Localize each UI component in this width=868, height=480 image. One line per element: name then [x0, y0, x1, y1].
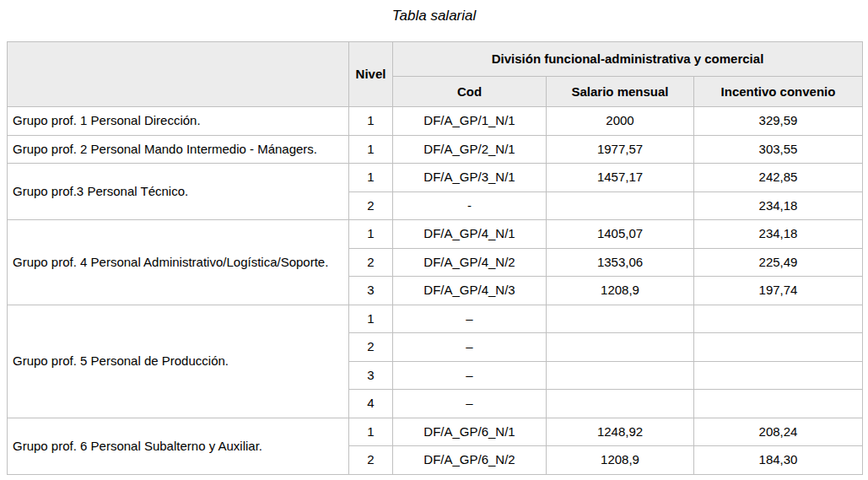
incentivo-cell — [694, 390, 863, 418]
salario-cell: 1405,07 — [547, 220, 694, 249]
salario-cell: 1457,17 — [547, 164, 694, 192]
table-row: Grupo prof. 5 Personal de Producción.1– — [8, 305, 863, 333]
incentivo-cell: 329,59 — [694, 107, 863, 136]
nivel-cell: 1 — [349, 305, 393, 333]
incentivo-cell — [694, 361, 863, 390]
group-label-cell: Grupo prof. 6 Personal Subalterno y Auxi… — [8, 418, 349, 474]
cod-cell: – — [393, 333, 547, 362]
nivel-cell: 2 — [349, 248, 393, 277]
salario-cell: 1248,92 — [547, 418, 694, 446]
salario-cell: 1208,9 — [547, 446, 694, 475]
salario-cell — [547, 191, 694, 220]
cod-cell: DF/A_GP/4_N/1 — [393, 220, 547, 249]
cod-cell: DF/A_GP/1_N/1 — [393, 107, 547, 136]
incentivo-cell: 197,74 — [694, 277, 863, 305]
table-row: Grupo prof. 4 Personal Administrativo/Lo… — [8, 220, 863, 249]
salario-cell — [547, 305, 694, 333]
salary-table-body: Grupo prof. 1 Personal Dirección.1DF/A_G… — [8, 107, 863, 475]
salario-cell: 1208,9 — [547, 277, 694, 305]
nivel-cell: 1 — [349, 220, 393, 249]
nivel-cell: 2 — [349, 333, 393, 362]
incentivo-cell: 225,49 — [694, 248, 863, 277]
table-row: Grupo prof. 2 Personal Mando Intermedio … — [8, 135, 863, 164]
incentivo-cell: 208,24 — [694, 418, 863, 446]
nivel-cell: 1 — [349, 164, 393, 192]
group-label-cell: Grupo prof. 5 Personal de Producción. — [8, 305, 349, 418]
group-label-cell: Grupo prof. 4 Personal Administrativo/Lo… — [8, 220, 349, 305]
incentivo-cell — [694, 305, 863, 333]
group-label-cell: Grupo prof. 2 Personal Mando Intermedio … — [8, 135, 349, 164]
nivel-cell: 3 — [349, 277, 393, 305]
cod-cell: – — [393, 390, 547, 418]
cod-cell: DF/A_GP/2_N/1 — [393, 135, 547, 164]
table-row: Grupo prof.3 Personal Técnico.1DF/A_GP/3… — [8, 164, 863, 192]
header-division: División funcional-administrativa y come… — [393, 42, 863, 77]
cod-cell: DF/A_GP/4_N/3 — [393, 277, 547, 305]
salary-table: Nivel División funcional-administrativa … — [7, 41, 863, 475]
salario-cell: 1353,06 — [547, 248, 694, 277]
group-label-cell: Grupo prof.3 Personal Técnico. — [8, 164, 349, 220]
table-row: Grupo prof. 6 Personal Subalterno y Auxi… — [8, 418, 863, 446]
salario-cell: 1977,57 — [547, 135, 694, 164]
salario-cell — [547, 333, 694, 362]
nivel-cell: 2 — [349, 191, 393, 220]
group-label-cell: Grupo prof. 1 Personal Dirección. — [8, 107, 349, 136]
corner-cell — [8, 42, 349, 107]
cod-cell: – — [393, 361, 547, 390]
nivel-cell: 1 — [349, 418, 393, 446]
incentivo-cell: 303,55 — [694, 135, 863, 164]
nivel-cell: 1 — [349, 107, 393, 136]
cod-cell: - — [393, 191, 547, 220]
page-title: Tabla salarial — [0, 8, 868, 24]
incentivo-cell: 184,30 — [694, 446, 863, 475]
nivel-cell: 2 — [349, 446, 393, 475]
nivel-cell: 1 — [349, 135, 393, 164]
table-row: Grupo prof. 1 Personal Dirección.1DF/A_G… — [8, 107, 863, 136]
incentivo-cell — [694, 333, 863, 362]
incentivo-cell: 242,85 — [694, 164, 863, 192]
header-salario: Salario mensual — [547, 77, 694, 107]
cod-cell: DF/A_GP/6_N/1 — [393, 418, 547, 446]
header-row-1: Nivel División funcional-administrativa … — [8, 42, 863, 77]
header-nivel: Nivel — [349, 42, 393, 107]
nivel-cell: 4 — [349, 390, 393, 418]
cod-cell: DF/A_GP/3_N/1 — [393, 164, 547, 192]
salario-cell — [547, 390, 694, 418]
header-cod: Cod — [393, 77, 547, 107]
salario-cell: 2000 — [547, 107, 694, 136]
incentivo-cell: 234,18 — [694, 220, 863, 249]
incentivo-cell: 234,18 — [694, 191, 863, 220]
header-incentivo: Incentivo convenio — [694, 77, 863, 107]
cod-cell: DF/A_GP/6_N/2 — [393, 446, 547, 475]
nivel-cell: 3 — [349, 361, 393, 390]
cod-cell: DF/A_GP/4_N/2 — [393, 248, 547, 277]
salario-cell — [547, 361, 694, 390]
cod-cell: – — [393, 305, 547, 333]
